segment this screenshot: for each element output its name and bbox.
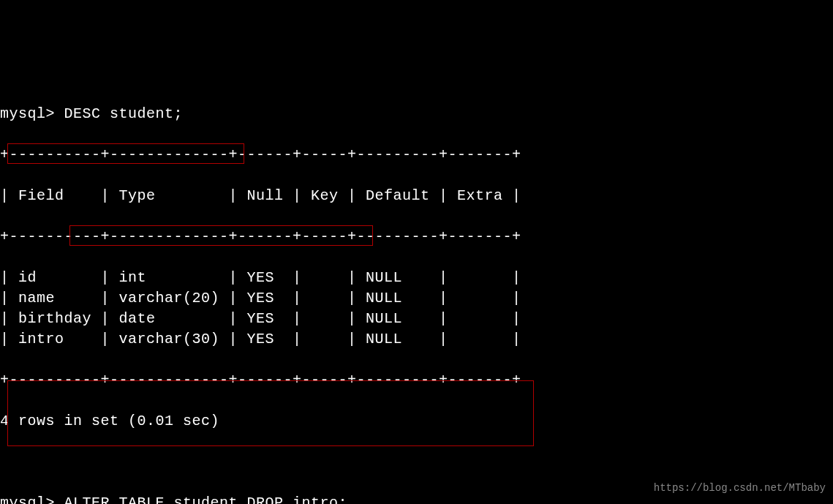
command-desc1: DESC student; [64, 105, 184, 122]
mysql-prompt: mysql> [0, 105, 55, 122]
table-row: | intro | varchar(30) | YES | | NULL | | [0, 329, 833, 350]
result-summary: 4 rows in set (0.01 sec) [0, 411, 833, 432]
table-row: | birthday | date | YES | | NULL | | [0, 309, 833, 329]
table-row: | id | int | YES | | NULL | | [0, 268, 833, 288]
table-border: +----------+-------------+------+-----+-… [0, 370, 833, 391]
table-border: +----------+-------------+------+-----+-… [0, 227, 833, 247]
terminal-output: mysql> DESC student; +----------+-------… [0, 82, 833, 504]
table-header: | Field | Type | Null | Key | Default | … [0, 186, 833, 206]
prompt-line[interactable]: mysql> DESC student; [0, 104, 833, 124]
table-border: +----------+-------------+------+-----+-… [0, 145, 833, 165]
command-alter: ALTER TABLE student DROP intro; [64, 494, 348, 504]
mysql-prompt: mysql> [0, 494, 55, 504]
table-row: | name | varchar(20) | YES | | NULL | | [0, 288, 833, 309]
watermark-text: https://blog.csdn.net/MTbaby [654, 478, 826, 498]
